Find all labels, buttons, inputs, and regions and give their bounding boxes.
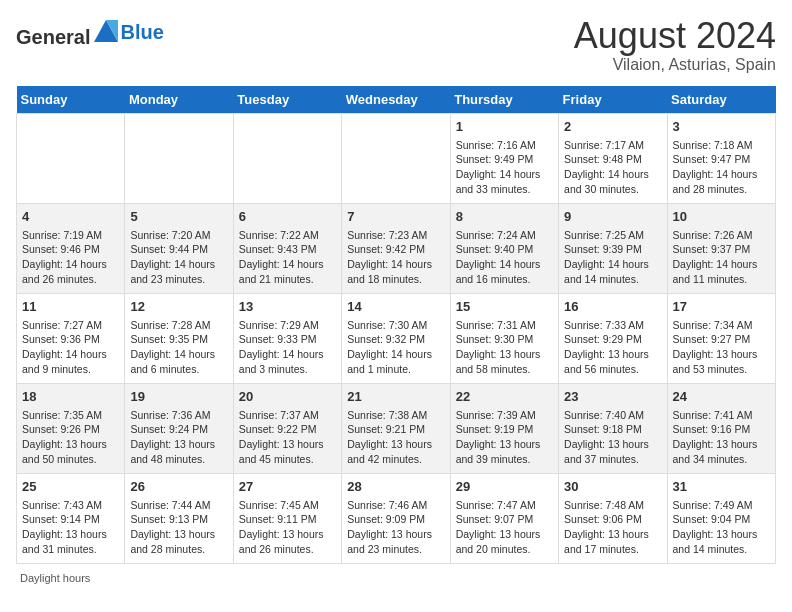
- day-info: Sunrise: 7:19 AMSunset: 9:46 PMDaylight:…: [22, 228, 119, 287]
- day-info: Sunrise: 7:31 AMSunset: 9:30 PMDaylight:…: [456, 318, 553, 377]
- calendar-cell: [233, 113, 341, 203]
- calendar-cell: 28Sunrise: 7:46 AMSunset: 9:09 PMDayligh…: [342, 473, 450, 563]
- col-header-wednesday: Wednesday: [342, 86, 450, 114]
- day-info: Sunrise: 7:41 AMSunset: 9:16 PMDaylight:…: [673, 408, 770, 467]
- day-info: Sunrise: 7:30 AMSunset: 9:32 PMDaylight:…: [347, 318, 444, 377]
- day-info: Sunrise: 7:27 AMSunset: 9:36 PMDaylight:…: [22, 318, 119, 377]
- calendar-cell: 6Sunrise: 7:22 AMSunset: 9:43 PMDaylight…: [233, 203, 341, 293]
- header-row: SundayMondayTuesdayWednesdayThursdayFrid…: [17, 86, 776, 114]
- calendar-cell: 31Sunrise: 7:49 AMSunset: 9:04 PMDayligh…: [667, 473, 775, 563]
- day-number: 25: [22, 478, 119, 496]
- day-info: Sunrise: 7:44 AMSunset: 9:13 PMDaylight:…: [130, 498, 227, 557]
- day-info: Sunrise: 7:33 AMSunset: 9:29 PMDaylight:…: [564, 318, 661, 377]
- day-number: 2: [564, 118, 661, 136]
- day-info: Sunrise: 7:17 AMSunset: 9:48 PMDaylight:…: [564, 138, 661, 197]
- col-header-tuesday: Tuesday: [233, 86, 341, 114]
- day-number: 22: [456, 388, 553, 406]
- day-number: 6: [239, 208, 336, 226]
- day-info: Sunrise: 7:40 AMSunset: 9:18 PMDaylight:…: [564, 408, 661, 467]
- calendar-cell: 10Sunrise: 7:26 AMSunset: 9:37 PMDayligh…: [667, 203, 775, 293]
- calendar-cell: 24Sunrise: 7:41 AMSunset: 9:16 PMDayligh…: [667, 383, 775, 473]
- logo-blue: Blue: [120, 21, 163, 43]
- day-info: Sunrise: 7:37 AMSunset: 9:22 PMDaylight:…: [239, 408, 336, 467]
- calendar-cell: 22Sunrise: 7:39 AMSunset: 9:19 PMDayligh…: [450, 383, 558, 473]
- day-info: Sunrise: 7:46 AMSunset: 9:09 PMDaylight:…: [347, 498, 444, 557]
- day-number: 4: [22, 208, 119, 226]
- day-info: Sunrise: 7:29 AMSunset: 9:33 PMDaylight:…: [239, 318, 336, 377]
- day-info: Sunrise: 7:43 AMSunset: 9:14 PMDaylight:…: [22, 498, 119, 557]
- calendar-cell: [342, 113, 450, 203]
- day-info: Sunrise: 7:34 AMSunset: 9:27 PMDaylight:…: [673, 318, 770, 377]
- col-header-monday: Monday: [125, 86, 233, 114]
- day-info: Sunrise: 7:39 AMSunset: 9:19 PMDaylight:…: [456, 408, 553, 467]
- subtitle: Vilaion, Asturias, Spain: [574, 56, 776, 74]
- day-info: Sunrise: 7:26 AMSunset: 9:37 PMDaylight:…: [673, 228, 770, 287]
- day-number: 10: [673, 208, 770, 226]
- title-block: August 2024 Vilaion, Asturias, Spain: [574, 16, 776, 74]
- day-info: Sunrise: 7:20 AMSunset: 9:44 PMDaylight:…: [130, 228, 227, 287]
- calendar-cell: 8Sunrise: 7:24 AMSunset: 9:40 PMDaylight…: [450, 203, 558, 293]
- week-row-4: 18Sunrise: 7:35 AMSunset: 9:26 PMDayligh…: [17, 383, 776, 473]
- logo: General Blue: [16, 16, 164, 49]
- col-header-thursday: Thursday: [450, 86, 558, 114]
- logo-general: General: [16, 26, 90, 48]
- footer: Daylight hours: [16, 572, 776, 584]
- day-number: 11: [22, 298, 119, 316]
- day-info: Sunrise: 7:38 AMSunset: 9:21 PMDaylight:…: [347, 408, 444, 467]
- day-number: 1: [456, 118, 553, 136]
- calendar-cell: 7Sunrise: 7:23 AMSunset: 9:42 PMDaylight…: [342, 203, 450, 293]
- week-row-5: 25Sunrise: 7:43 AMSunset: 9:14 PMDayligh…: [17, 473, 776, 563]
- calendar-cell: 26Sunrise: 7:44 AMSunset: 9:13 PMDayligh…: [125, 473, 233, 563]
- main-title: August 2024: [574, 16, 776, 56]
- day-info: Sunrise: 7:24 AMSunset: 9:40 PMDaylight:…: [456, 228, 553, 287]
- calendar-cell: 2Sunrise: 7:17 AMSunset: 9:48 PMDaylight…: [559, 113, 667, 203]
- day-number: 20: [239, 388, 336, 406]
- calendar-cell: 11Sunrise: 7:27 AMSunset: 9:36 PMDayligh…: [17, 293, 125, 383]
- col-header-sunday: Sunday: [17, 86, 125, 114]
- col-header-friday: Friday: [559, 86, 667, 114]
- day-number: 16: [564, 298, 661, 316]
- day-info: Sunrise: 7:36 AMSunset: 9:24 PMDaylight:…: [130, 408, 227, 467]
- day-info: Sunrise: 7:22 AMSunset: 9:43 PMDaylight:…: [239, 228, 336, 287]
- calendar-table: SundayMondayTuesdayWednesdayThursdayFrid…: [16, 86, 776, 564]
- day-info: Sunrise: 7:23 AMSunset: 9:42 PMDaylight:…: [347, 228, 444, 287]
- day-number: 13: [239, 298, 336, 316]
- calendar-cell: [125, 113, 233, 203]
- calendar-cell: 3Sunrise: 7:18 AMSunset: 9:47 PMDaylight…: [667, 113, 775, 203]
- calendar-cell: 19Sunrise: 7:36 AMSunset: 9:24 PMDayligh…: [125, 383, 233, 473]
- day-number: 5: [130, 208, 227, 226]
- calendar-cell: 16Sunrise: 7:33 AMSunset: 9:29 PMDayligh…: [559, 293, 667, 383]
- calendar-cell: 21Sunrise: 7:38 AMSunset: 9:21 PMDayligh…: [342, 383, 450, 473]
- day-number: 31: [673, 478, 770, 496]
- calendar-cell: 1Sunrise: 7:16 AMSunset: 9:49 PMDaylight…: [450, 113, 558, 203]
- day-number: 18: [22, 388, 119, 406]
- calendar-cell: 9Sunrise: 7:25 AMSunset: 9:39 PMDaylight…: [559, 203, 667, 293]
- footer-label: Daylight hours: [20, 572, 90, 584]
- day-number: 19: [130, 388, 227, 406]
- day-info: Sunrise: 7:48 AMSunset: 9:06 PMDaylight:…: [564, 498, 661, 557]
- day-number: 24: [673, 388, 770, 406]
- calendar-cell: 14Sunrise: 7:30 AMSunset: 9:32 PMDayligh…: [342, 293, 450, 383]
- calendar-cell: 17Sunrise: 7:34 AMSunset: 9:27 PMDayligh…: [667, 293, 775, 383]
- day-info: Sunrise: 7:49 AMSunset: 9:04 PMDaylight:…: [673, 498, 770, 557]
- calendar-cell: 5Sunrise: 7:20 AMSunset: 9:44 PMDaylight…: [125, 203, 233, 293]
- header: General Blue August 2024 Vilaion, Asturi…: [16, 16, 776, 74]
- day-number: 27: [239, 478, 336, 496]
- calendar-cell: 12Sunrise: 7:28 AMSunset: 9:35 PMDayligh…: [125, 293, 233, 383]
- calendar-cell: 13Sunrise: 7:29 AMSunset: 9:33 PMDayligh…: [233, 293, 341, 383]
- day-info: Sunrise: 7:28 AMSunset: 9:35 PMDaylight:…: [130, 318, 227, 377]
- day-number: 21: [347, 388, 444, 406]
- day-number: 3: [673, 118, 770, 136]
- day-info: Sunrise: 7:35 AMSunset: 9:26 PMDaylight:…: [22, 408, 119, 467]
- calendar-cell: 15Sunrise: 7:31 AMSunset: 9:30 PMDayligh…: [450, 293, 558, 383]
- day-number: 28: [347, 478, 444, 496]
- day-number: 12: [130, 298, 227, 316]
- week-row-3: 11Sunrise: 7:27 AMSunset: 9:36 PMDayligh…: [17, 293, 776, 383]
- day-number: 9: [564, 208, 661, 226]
- week-row-1: 1Sunrise: 7:16 AMSunset: 9:49 PMDaylight…: [17, 113, 776, 203]
- calendar-cell: 29Sunrise: 7:47 AMSunset: 9:07 PMDayligh…: [450, 473, 558, 563]
- day-info: Sunrise: 7:16 AMSunset: 9:49 PMDaylight:…: [456, 138, 553, 197]
- calendar-cell: 23Sunrise: 7:40 AMSunset: 9:18 PMDayligh…: [559, 383, 667, 473]
- calendar-cell: 18Sunrise: 7:35 AMSunset: 9:26 PMDayligh…: [17, 383, 125, 473]
- day-number: 15: [456, 298, 553, 316]
